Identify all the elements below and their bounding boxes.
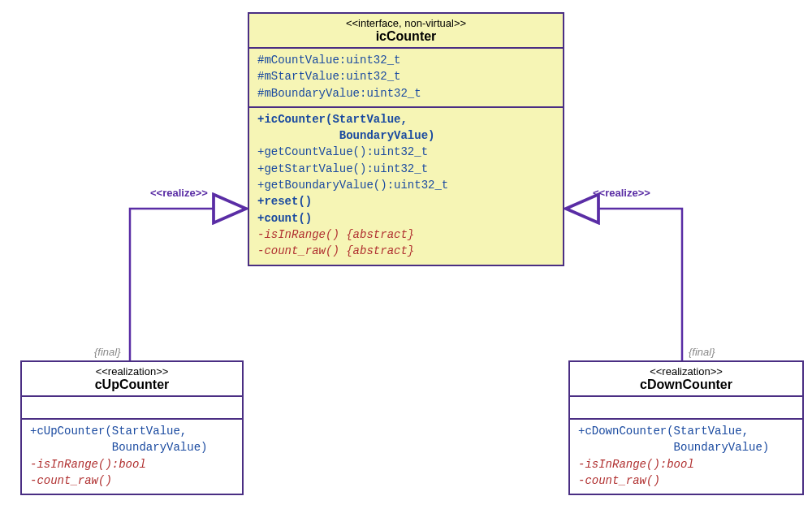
class-name: icCounter bbox=[256, 29, 556, 44]
method-override: -count_raw() bbox=[578, 472, 794, 489]
final-label-right: {final} bbox=[689, 346, 715, 358]
class-cupcounter: <<realization>> cUpCounter +cUpCounter(S… bbox=[20, 360, 244, 495]
class-name: cDownCounter bbox=[577, 377, 796, 392]
attribute: #mBoundaryValue:uint32_t bbox=[257, 85, 555, 101]
realize-label-right: <<realize>> bbox=[593, 187, 650, 199]
class-cdowncounter: <<realization>> cDownCounter +cDownCount… bbox=[568, 360, 804, 495]
method-override: -count_raw() bbox=[30, 472, 234, 489]
method: BoundaryValue) bbox=[578, 439, 794, 455]
final-label-left: {final} bbox=[94, 346, 121, 358]
class-header: <<interface, non-virtual>> icCounter bbox=[249, 14, 563, 49]
attribute: #mCountValue:uint32_t bbox=[257, 52, 555, 68]
methods-compartment: +cDownCounter(StartValue, BoundaryValue)… bbox=[570, 420, 802, 494]
attribute: #mStartValue:uint32_t bbox=[257, 68, 555, 84]
method: +getBoundaryValue():uint32_t bbox=[257, 177, 555, 193]
method: +reset() bbox=[257, 193, 555, 209]
method: +getStartValue():uint32_t bbox=[257, 161, 555, 177]
methods-compartment: +icCounter(StartValue, BoundaryValue) +g… bbox=[249, 108, 563, 265]
class-header: <<realization>> cDownCounter bbox=[570, 362, 802, 397]
methods-compartment: +cUpCounter(StartValue, BoundaryValue) -… bbox=[22, 420, 242, 494]
realize-label-left: <<realize>> bbox=[150, 187, 208, 199]
method-override: -isInRange():bool bbox=[30, 456, 234, 472]
class-name: cUpCounter bbox=[28, 377, 235, 392]
method-override: -isInRange():bool bbox=[578, 456, 794, 472]
method: BoundaryValue) bbox=[257, 127, 555, 144]
method-abstract: -count_raw() {abstract} bbox=[257, 243, 555, 259]
attributes-compartment: #mCountValue:uint32_t #mStartValue:uint3… bbox=[249, 49, 563, 108]
method: +icCounter(StartValue, bbox=[257, 111, 555, 127]
method: +cUpCounter(StartValue, bbox=[30, 423, 234, 439]
class-header: <<realization>> cUpCounter bbox=[22, 362, 242, 397]
method: +count() bbox=[257, 210, 555, 226]
stereotype: <<interface, non-virtual>> bbox=[256, 17, 556, 29]
method-abstract: -isInRange() {abstract} bbox=[257, 226, 555, 243]
class-iccounter: <<interface, non-virtual>> icCounter #mC… bbox=[248, 12, 564, 266]
method: +getCountValue():uint32_t bbox=[257, 144, 555, 160]
attributes-compartment-empty bbox=[22, 397, 242, 420]
method: +cDownCounter(StartValue, bbox=[578, 423, 794, 439]
attributes-compartment-empty bbox=[570, 397, 802, 420]
stereotype: <<realization>> bbox=[28, 365, 235, 377]
method: BoundaryValue) bbox=[30, 439, 234, 455]
stereotype: <<realization>> bbox=[577, 365, 796, 377]
